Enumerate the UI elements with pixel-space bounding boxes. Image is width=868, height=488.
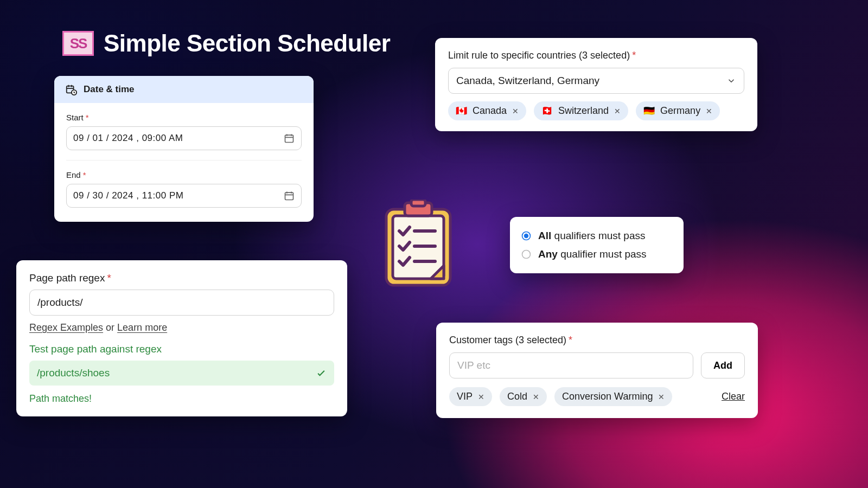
remove-chip-icon[interactable]: ✕ xyxy=(614,107,621,115)
learn-more-link[interactable]: Learn more xyxy=(117,322,167,333)
calendar-icon[interactable] xyxy=(284,133,295,144)
svg-rect-3 xyxy=(285,192,293,200)
country-select-text: Canada, Switzerland, Germany xyxy=(456,75,599,87)
tag-input-placeholder: VIP etc xyxy=(457,359,490,371)
add-tag-button[interactable]: Add xyxy=(701,352,745,378)
regex-input[interactable]: /products/ xyxy=(29,290,334,316)
svg-rect-10 xyxy=(411,200,425,206)
regex-help-links: Regex Examples or Learn more xyxy=(29,322,334,333)
regex-test-input[interactable]: /products/shoes xyxy=(29,361,334,386)
country-chip: 🇨🇦 Canada ✕ xyxy=(448,101,526,120)
date-time-header: Date & time xyxy=(54,76,314,103)
svg-point-5 xyxy=(524,234,528,238)
app-title-text: Simple Section Scheduler xyxy=(104,30,390,57)
radio-unchecked-icon xyxy=(521,249,532,260)
chip-label: Germany xyxy=(660,105,700,117)
clipboard-checklist-icon xyxy=(379,200,458,291)
date-time-header-label: Date & time xyxy=(84,84,135,95)
regex-card: Page path regex* /products/ Regex Exampl… xyxy=(16,260,347,416)
remove-tag-icon[interactable]: ✕ xyxy=(478,393,484,401)
tags-card: Customer tags (3 selected)* VIP etc Add … xyxy=(436,323,758,418)
qualifiers-card: All qualifiers must pass Any qualifier m… xyxy=(510,217,684,273)
regex-value: /products/ xyxy=(37,297,82,309)
country-chips: 🇨🇦 Canada ✕ 🇨🇭 Switzerland ✕ 🇩🇪 Germany … xyxy=(448,101,744,120)
flag-icon: 🇨🇭 xyxy=(541,105,553,117)
regex-result: Path matches! xyxy=(29,393,334,404)
remove-chip-icon[interactable]: ✕ xyxy=(706,107,712,115)
radio-checked-icon xyxy=(521,230,532,241)
tag-list: VIP ✕ Cold ✕ Conversion Warming ✕ Clear xyxy=(449,387,745,406)
remove-tag-icon[interactable]: ✕ xyxy=(658,393,665,401)
country-select[interactable]: Canada, Switzerland, Germany xyxy=(448,68,744,94)
regex-examples-link[interactable]: Regex Examples xyxy=(29,322,103,333)
app-title: SS Simple Section Scheduler xyxy=(62,30,390,57)
tag-text: Conversion Warming xyxy=(562,391,653,402)
tag-chip: VIP ✕ xyxy=(449,387,492,406)
chip-label: Canada xyxy=(473,105,507,117)
country-label: Limit rule to specific countries (3 sele… xyxy=(448,50,744,61)
start-label: Start* xyxy=(66,113,302,122)
tags-label: Customer tags (3 selected)* xyxy=(449,335,745,346)
tag-text: VIP xyxy=(457,391,473,402)
country-chip: 🇩🇪 Germany ✕ xyxy=(636,101,720,120)
flag-icon: 🇨🇦 xyxy=(456,105,467,117)
svg-point-6 xyxy=(522,251,531,259)
calendar-icon[interactable] xyxy=(284,190,295,201)
tag-input[interactable]: VIP etc xyxy=(449,352,693,378)
qualifier-all-row[interactable]: All qualifiers must pass xyxy=(521,227,673,245)
remove-chip-icon[interactable]: ✕ xyxy=(512,107,519,115)
chevron-down-icon xyxy=(726,76,736,86)
date-time-card: Date & time Start* 09 / 01 / 2024 , 09:0… xyxy=(54,76,314,222)
qualifier-any-row[interactable]: Any qualifier must pass xyxy=(521,245,673,264)
tag-chip: Cold ✕ xyxy=(500,387,547,406)
end-datetime-input[interactable]: 09 / 30 / 2024 , 11:00 PM xyxy=(66,184,302,208)
calendar-clock-icon xyxy=(65,84,77,95)
app-logo: SS xyxy=(62,31,94,56)
chip-label: Switzerland xyxy=(558,105,609,117)
end-value: 09 / 30 / 2024 , 11:00 PM xyxy=(73,190,183,201)
regex-test-label: Test page path against regex xyxy=(29,343,334,355)
country-chip: 🇨🇭 Switzerland ✕ xyxy=(534,101,628,120)
tag-text: Cold xyxy=(507,391,527,402)
check-icon xyxy=(316,368,327,378)
clear-tags-link[interactable]: Clear xyxy=(722,391,745,402)
remove-tag-icon[interactable]: ✕ xyxy=(533,393,539,401)
tag-chip: Conversion Warming ✕ xyxy=(554,387,672,406)
regex-label: Page path regex* xyxy=(29,272,334,284)
regex-test-value: /products/shoes xyxy=(37,367,110,379)
end-label: End* xyxy=(66,170,302,179)
start-value: 09 / 01 / 2024 , 09:00 AM xyxy=(73,133,183,144)
start-datetime-input[interactable]: 09 / 01 / 2024 , 09:00 AM xyxy=(66,126,302,150)
flag-icon: 🇩🇪 xyxy=(643,105,655,117)
svg-rect-2 xyxy=(285,135,293,142)
country-card: Limit rule to specific countries (3 sele… xyxy=(435,38,757,131)
